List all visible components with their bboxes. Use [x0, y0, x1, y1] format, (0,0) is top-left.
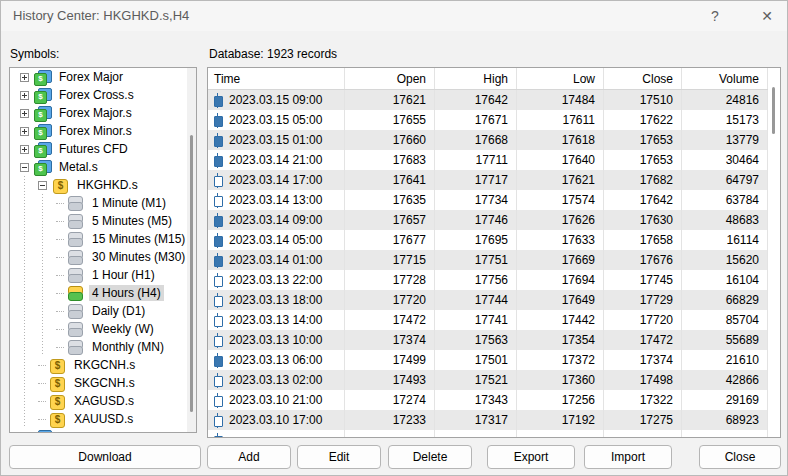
- tree-item-rkgcnh-s[interactable]: RKGCNH.s: [10, 356, 196, 374]
- expander-plus-icon[interactable]: [20, 73, 29, 82]
- table-row[interactable]: 2023.03.10 17:00172331731717192172756892…: [208, 410, 768, 430]
- table-row-partial[interactable]: [208, 430, 768, 437]
- table-row[interactable]: 2023.03.14 13:00176351773417574176426378…: [208, 190, 768, 210]
- tree-guide-line: [20, 248, 38, 266]
- tree-item-5-minutes-m5[interactable]: 5 Minutes (M5): [10, 212, 196, 230]
- tree-item-metal-s[interactable]: Metal.s: [10, 158, 196, 176]
- table-row[interactable]: 2023.03.13 10:00173741756317354174725568…: [208, 330, 768, 350]
- tree-item-1-hour-h1[interactable]: 1 Hour (H1): [10, 266, 196, 284]
- table-scrollbar[interactable]: [768, 68, 780, 437]
- expander-plus-icon[interactable]: [20, 433, 29, 434]
- tree-item-skgcnh-s[interactable]: SKGCNH.s: [10, 374, 196, 392]
- cell-close: 17510: [604, 90, 682, 110]
- table-row[interactable]: 2023.03.14 05:00176771769517633176581611…: [208, 230, 768, 250]
- table-row[interactable]: 2023.03.13 06:00174991750117372173742161…: [208, 350, 768, 370]
- table-row[interactable]: 2023.03.15 09:00176211764217484175102481…: [208, 90, 768, 110]
- tree-item-futures-cfd[interactable]: Futures CFD: [10, 140, 196, 158]
- symbols-tree: Forex MajorForex Cross.sForex Major.sFor…: [10, 68, 196, 433]
- tree-item-forex-minor-s[interactable]: Forex Minor.s: [10, 122, 196, 140]
- edit-button[interactable]: Edit: [297, 445, 381, 469]
- cell-time: 2023.03.13 10:00: [208, 330, 345, 350]
- tree-connector-line: [56, 293, 64, 294]
- expander-plus-icon[interactable]: [20, 145, 29, 154]
- tree-item-30-minutes-m30[interactable]: 30 Minutes (M30): [10, 248, 196, 266]
- cell-volume: 24816: [682, 90, 768, 110]
- cell-volume: 16104: [682, 270, 768, 290]
- tree-guide-line: [38, 320, 56, 338]
- cell-open: 17635: [345, 190, 435, 210]
- table-row[interactable]: 2023.03.14 01:00177151775117669176761562…: [208, 250, 768, 270]
- cell-time: 2023.03.14 01:00: [208, 250, 345, 270]
- time-value: 2023.03.10 21:00: [229, 393, 322, 407]
- cell-volume: 42866: [682, 370, 768, 390]
- cell-open: 17715: [345, 250, 435, 270]
- table-row[interactable]: 2023.03.14 17:00176411771717621176826479…: [208, 170, 768, 190]
- table-row[interactable]: 2023.03.13 18:00177201774417649177296682…: [208, 290, 768, 310]
- table-row[interactable]: 2023.03.14 09:00176571774617626176304868…: [208, 210, 768, 230]
- tree-item-15-minutes-m15[interactable]: 15 Minutes (M15): [10, 230, 196, 248]
- close-icon[interactable]: ✕: [753, 6, 781, 26]
- candle-up-icon: [213, 373, 222, 388]
- tree-item-4-hours-h4[interactable]: 4 Hours (H4): [10, 284, 196, 302]
- tree-item-xauusd-s[interactable]: XAUUSD.s: [10, 410, 196, 428]
- tree-scrollbar-thumb[interactable]: [190, 135, 193, 412]
- expander-plus-icon[interactable]: [20, 127, 29, 136]
- table-row[interactable]: 2023.03.15 01:00176601766817618176531377…: [208, 130, 768, 150]
- add-button[interactable]: Add: [207, 445, 291, 469]
- expander-plus-icon[interactable]: [20, 91, 29, 100]
- tree-item-daily-d1[interactable]: Daily (D1): [10, 302, 196, 320]
- time-value: 2023.03.14 05:00: [229, 233, 322, 247]
- table-row[interactable]: 2023.03.13 22:00177281775617694177451610…: [208, 270, 768, 290]
- close-button[interactable]: Close: [699, 445, 781, 469]
- table-header-row: TimeOpenHighLowCloseVolume: [208, 68, 768, 90]
- import-button[interactable]: Import: [584, 445, 672, 469]
- tree-scrollbar[interactable]: [187, 68, 196, 432]
- tree-item-forex-major[interactable]: Forex Major: [10, 68, 196, 86]
- tree-item-forex-cross-s[interactable]: Forex Cross.s: [10, 86, 196, 104]
- tree-item-xagusd-s[interactable]: XAGUSD.s: [10, 392, 196, 410]
- export-button[interactable]: Export: [487, 445, 575, 469]
- expander-minus-icon[interactable]: [38, 181, 47, 190]
- tree-connector-line: [38, 365, 46, 366]
- cell-volume: 29169: [682, 390, 768, 410]
- table-row[interactable]: 2023.03.10 21:00172741734317256173222916…: [208, 390, 768, 410]
- tree-item-label: Oil.s: [56, 429, 86, 433]
- table-row[interactable]: 2023.03.13 02:00174931752117360174984286…: [208, 370, 768, 390]
- cell-low: 17640: [517, 150, 604, 170]
- tree-connector-line: [56, 221, 64, 222]
- download-button[interactable]: Download: [9, 445, 201, 469]
- cell-volume: 85704: [682, 310, 768, 330]
- cell-high: 17642: [435, 90, 517, 110]
- tree-item-hkghkd-s[interactable]: HKGHKD.s: [10, 176, 196, 194]
- cell-close: 17472: [604, 330, 682, 350]
- tree-item-oil-s[interactable]: Oil.s: [10, 428, 196, 433]
- cell-time: 2023.03.15 05:00: [208, 110, 345, 130]
- tree-guide-line: [20, 266, 38, 284]
- expander-plus-icon[interactable]: [20, 109, 29, 118]
- cell-low: 17694: [517, 270, 604, 290]
- history-table-panel: TimeOpenHighLowCloseVolume 2023.03.15 09…: [207, 67, 781, 438]
- symbols-label: Symbols:: [10, 47, 59, 61]
- tree-guide-line: [20, 302, 38, 320]
- tree-item-1-minute-m1[interactable]: 1 Minute (M1): [10, 194, 196, 212]
- folder-dollar-icon: [34, 88, 51, 102]
- help-icon[interactable]: ?: [701, 6, 729, 26]
- tree-item-forex-major-s[interactable]: Forex Major.s: [10, 104, 196, 122]
- candle-down-icon: [213, 353, 222, 368]
- tree-item-label: 30 Minutes (M30): [89, 249, 188, 265]
- tree-guide-line: [20, 212, 38, 230]
- expander-minus-icon[interactable]: [20, 163, 29, 172]
- tree-item-monthly-mn[interactable]: Monthly (MN): [10, 338, 196, 356]
- table-row[interactable]: 2023.03.15 05:00176551767117611176221517…: [208, 110, 768, 130]
- cell-low: 17626: [517, 210, 604, 230]
- table-row[interactable]: 2023.03.13 14:00174721774117442177208570…: [208, 310, 768, 330]
- delete-button[interactable]: Delete: [388, 445, 472, 469]
- tree-item-weekly-w[interactable]: Weekly (W): [10, 320, 196, 338]
- cell-low: 17256: [517, 390, 604, 410]
- table-scrollbar-thumb[interactable]: [772, 87, 775, 134]
- database-icon: [67, 214, 84, 228]
- table-row[interactable]: 2023.03.14 21:00176831771117640176533046…: [208, 150, 768, 170]
- cell-time: 2023.03.10 17:00: [208, 410, 345, 430]
- time-value: 2023.03.13 22:00: [229, 273, 322, 287]
- cell-volume: 68923: [682, 410, 768, 430]
